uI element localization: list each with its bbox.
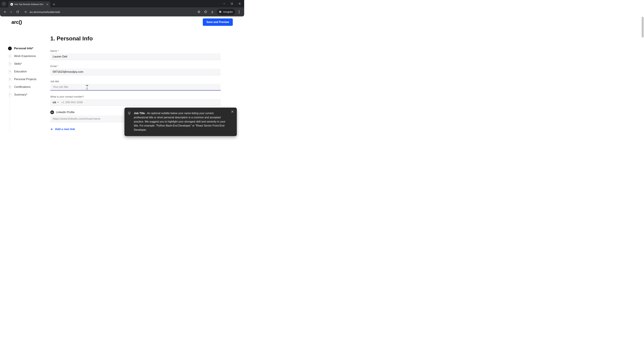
page-header: arc() Save and Preview	[0, 16, 244, 28]
svg-point-1	[26, 11, 26, 11]
bookmark-button[interactable]	[196, 9, 202, 15]
svg-point-6	[239, 13, 240, 13]
tab-close-button[interactable]	[46, 3, 49, 6]
arrow-right-icon	[10, 10, 13, 13]
arrow-left-icon	[3, 10, 6, 13]
browser-tab[interactable]: a Hire Top Remote Software Dev	[8, 1, 50, 7]
svg-point-5	[239, 11, 240, 12]
job-title-input[interactable]	[50, 84, 221, 90]
downloads-button[interactable]	[209, 9, 216, 15]
plus-icon	[53, 3, 55, 5]
step-sidebar: 1 Personal Info* 2 Work Experience 3 Ski…	[0, 35, 50, 137]
tab-favicon-icon: a	[10, 3, 13, 6]
new-tab-button[interactable]	[52, 2, 56, 7]
step-number: 3	[8, 62, 12, 66]
email-label: Email *	[50, 65, 221, 67]
tab-title: Hire Top Remote Software Dev	[14, 3, 44, 5]
step-label: Education	[14, 70, 27, 73]
extensions-button[interactable]	[202, 9, 209, 15]
browser-tab-strip: a Hire Top Remote Software Dev	[0, 0, 244, 7]
field-phone: What is your contact number? US	[50, 95, 221, 106]
step-label: Certifications	[14, 85, 30, 89]
incognito-icon	[218, 10, 222, 13]
close-icon	[239, 3, 241, 5]
linkedin-input[interactable]	[50, 115, 131, 122]
phone-label: What is your contact number?	[50, 95, 221, 98]
section-title: 1. Personal Info	[50, 35, 221, 42]
close-icon	[46, 3, 48, 5]
step-number: 2	[8, 54, 12, 58]
step-label: Personal Projects	[14, 78, 36, 81]
nav-reload-button[interactable]	[15, 9, 20, 15]
browser-toolbar: arc.dev/resume/builder/edit Incognito	[0, 7, 244, 16]
maximize-icon	[231, 3, 233, 5]
step-education[interactable]: 4 Education	[8, 70, 50, 73]
window-minimize-button[interactable]	[220, 0, 228, 7]
step-label: Personal Info*	[14, 47, 33, 50]
field-job-title: Job title	[50, 80, 221, 90]
star-icon	[197, 10, 200, 13]
tooltip-body: - An optional subtitle below your name l…	[134, 112, 226, 131]
step-label: Work Experience	[14, 54, 36, 58]
step-label: Skills*	[14, 62, 22, 65]
step-summary[interactable]: 7 Summary*	[8, 93, 50, 96]
step-number: 4	[8, 70, 12, 73]
add-link-button[interactable]: Add a new link	[50, 127, 75, 132]
reload-icon	[16, 10, 19, 13]
tooltip-close-button[interactable]	[231, 110, 234, 113]
arc-logo[interactable]: arc()	[12, 19, 22, 25]
country-code-value: US	[53, 101, 56, 104]
tune-icon	[24, 10, 27, 13]
kebab-icon	[239, 10, 240, 13]
plus-icon	[50, 128, 53, 131]
step-number: 5	[8, 77, 12, 81]
tab-search-button[interactable]	[1, 1, 6, 6]
step-personal-info[interactable]: 1 Personal Info*	[8, 46, 50, 50]
incognito-indicator[interactable]: Incognito	[217, 9, 235, 15]
step-certifications[interactable]: 6 Certifications	[8, 85, 50, 89]
puzzle-icon	[204, 10, 207, 13]
name-input[interactable]	[50, 53, 221, 60]
email-input[interactable]	[50, 68, 221, 75]
tooltip-title: Job Title	[134, 112, 145, 115]
window-maximize-button[interactable]	[228, 0, 236, 7]
svg-rect-0	[231, 3, 233, 4]
step-number: 1	[8, 46, 12, 50]
chrome-menu-button[interactable]	[236, 9, 242, 15]
svg-point-2	[25, 12, 26, 12]
nav-forward-button[interactable]	[8, 9, 14, 15]
svg-point-4	[239, 10, 240, 11]
close-icon	[231, 110, 234, 113]
svg-point-3	[26, 12, 26, 13]
address-bar[interactable]: arc.dev/resume/builder/edit	[30, 10, 192, 13]
step-skills[interactable]: 3 Skills*	[8, 62, 50, 66]
name-label: Name *	[50, 49, 221, 52]
country-code-select[interactable]: US	[50, 101, 60, 104]
step-number: 6	[8, 85, 12, 89]
phone-input[interactable]	[60, 99, 221, 106]
linkedin-icon: in	[50, 110, 54, 114]
field-email: Email *	[50, 65, 221, 75]
chevron-down-icon	[57, 102, 59, 103]
incognito-label: Incognito	[223, 10, 233, 13]
save-preview-button[interactable]: Save and Preview	[203, 18, 233, 26]
linkedin-label: LinkedIn Profile	[56, 111, 74, 114]
download-icon	[211, 10, 214, 13]
svg-point-7	[128, 112, 130, 114]
lightbulb-icon	[128, 111, 131, 115]
job-title-label: Job title	[50, 80, 221, 83]
field-name: Name *	[50, 49, 221, 60]
job-title-tooltip: Job Title - An optional subtitle below y…	[124, 108, 237, 136]
add-link-label: Add a new link	[55, 128, 75, 131]
step-work-experience[interactable]: 2 Work Experience	[8, 54, 50, 58]
minimize-icon	[223, 3, 225, 5]
step-number: 7	[8, 93, 12, 96]
window-close-button[interactable]	[236, 0, 244, 7]
step-label: Summary*	[14, 93, 27, 96]
step-personal-projects[interactable]: 5 Personal Projects	[8, 77, 50, 81]
nav-back-button[interactable]	[2, 9, 8, 15]
site-info-button[interactable]	[23, 9, 28, 14]
chevron-down-icon	[3, 3, 5, 5]
